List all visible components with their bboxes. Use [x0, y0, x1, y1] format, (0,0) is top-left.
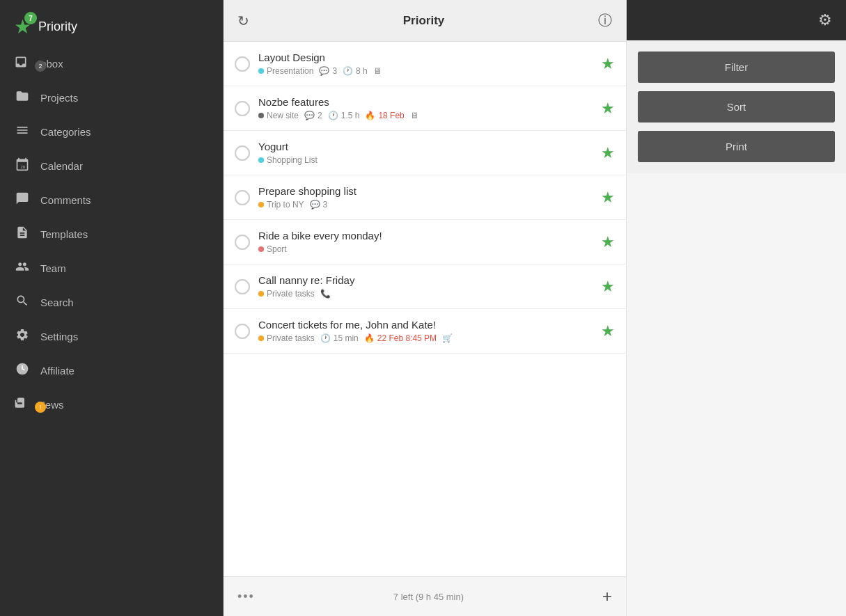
- task-checkbox[interactable]: [235, 190, 250, 205]
- task-content: Nozbe features New site 💬 2 🕐 1.5 h: [258, 96, 593, 120]
- inbox-icon: [14, 58, 28, 72]
- news-badge: !: [35, 402, 46, 413]
- project-name: Sport: [267, 244, 287, 254]
- task-star[interactable]: ★: [601, 322, 615, 340]
- sidebar: ★ 7 Priority 2 Inbox Projects Categories…: [0, 0, 223, 616]
- task-time: 🕐 8 h: [343, 66, 368, 76]
- sidebar-header: ★ 7 Priority: [0, 7, 223, 47]
- time-value: 15 min: [334, 333, 359, 343]
- sidebar-item-settings[interactable]: Settings: [0, 319, 223, 354]
- sidebar-item-affiliate[interactable]: Affiliate: [0, 354, 223, 388]
- sidebar-item-comments[interactable]: Comments: [0, 183, 223, 217]
- settings-icon: [14, 328, 31, 345]
- project-name: Private tasks: [267, 333, 315, 343]
- task-meta: New site 💬 2 🕐 1.5 h 🔥 18 Feb 🖥: [258, 111, 593, 120]
- table-row: Nozbe features New site 💬 2 🕐 1.5 h: [224, 86, 626, 131]
- task-overdue: 🔥 22 Feb 8:45 PM: [364, 333, 437, 343]
- filter-button[interactable]: Filter: [638, 52, 835, 83]
- sidebar-item-categories-label: Categories: [40, 126, 91, 138]
- project-dot: [258, 246, 264, 252]
- sidebar-item-calendar-label: Calendar: [40, 160, 83, 172]
- comment-icon: 💬: [319, 66, 329, 76]
- task-cart: 🛒: [442, 333, 453, 343]
- task-star[interactable]: ★: [601, 55, 615, 73]
- sidebar-item-affiliate-label: Affiliate: [40, 365, 75, 377]
- task-time: 🕐 1.5 h: [328, 111, 360, 120]
- priority-badge: 7: [24, 12, 37, 24]
- task-project: New site: [258, 111, 299, 120]
- templates-icon: [14, 226, 31, 243]
- sidebar-item-categories[interactable]: Categories: [0, 115, 223, 149]
- time-value: 8 h: [356, 66, 368, 76]
- sidebar-item-projects-label: Projects: [40, 92, 78, 104]
- gear-icon[interactable]: ⚙: [818, 11, 832, 29]
- project-name: New site: [267, 111, 299, 120]
- right-panel: ⚙ Filter Sort Print: [627, 0, 846, 616]
- sidebar-item-team-label: Team: [40, 262, 66, 274]
- sidebar-item-templates[interactable]: Templates: [0, 217, 223, 251]
- project-dot: [258, 113, 264, 118]
- table-row: Concert tickets for me, John and Kate! P…: [224, 309, 626, 354]
- clock-icon: 🕐: [343, 66, 353, 76]
- categories-icon: [14, 123, 31, 141]
- task-star[interactable]: ★: [601, 100, 615, 118]
- empty-area: [627, 173, 846, 616]
- project-name: Trip to NY: [267, 200, 304, 210]
- task-meta: Presentation 💬 3 🕐 8 h 🖥: [258, 66, 593, 76]
- project-dot: [258, 157, 264, 163]
- task-checkbox[interactable]: [235, 101, 250, 116]
- sidebar-item-team[interactable]: Team: [0, 251, 223, 285]
- task-checkbox[interactable]: [235, 56, 250, 72]
- task-time: 🕐 15 min: [320, 333, 359, 343]
- right-header: ⚙: [627, 0, 846, 40]
- task-checkbox[interactable]: [235, 235, 250, 250]
- add-task-button[interactable]: +: [602, 587, 612, 606]
- main-panel: ↻ Priority ⓘ Layout Design Presentation …: [223, 0, 627, 616]
- task-checkbox[interactable]: [235, 279, 250, 294]
- affiliate-icon: [14, 362, 31, 379]
- task-content: Ride a bike every monday! Sport: [258, 230, 593, 254]
- sidebar-item-search[interactable]: Search: [0, 285, 223, 319]
- table-row: Prepare shopping list Trip to NY 💬 3 ★: [224, 175, 626, 220]
- overdue-date: 22 Feb 8:45 PM: [377, 333, 437, 343]
- sidebar-app-title: Priority: [38, 19, 77, 34]
- task-phone: 📞: [320, 289, 331, 299]
- footer-dots[interactable]: •••: [237, 590, 255, 604]
- search-icon: [14, 294, 31, 311]
- fire-icon: 🔥: [365, 111, 375, 120]
- logo-icon: ★ 7: [14, 15, 31, 38]
- table-row: Call nanny re: Friday Private tasks 📞 ★: [224, 264, 626, 309]
- info-icon[interactable]: ⓘ: [598, 11, 612, 30]
- task-content: Layout Design Presentation 💬 3 🕐 8 h 🖥: [258, 52, 593, 76]
- clock-icon: 🕐: [328, 111, 338, 120]
- task-star[interactable]: ★: [601, 278, 615, 296]
- calendar-icon: 29: [14, 157, 31, 175]
- task-name: Nozbe features: [258, 96, 593, 108]
- sort-button[interactable]: Sort: [638, 91, 835, 123]
- task-checkbox[interactable]: [235, 145, 250, 161]
- task-meta: Shopping List: [258, 155, 593, 165]
- task-star[interactable]: ★: [601, 144, 615, 162]
- task-meta: Private tasks 🕐 15 min 🔥 22 Feb 8:45 PM …: [258, 333, 593, 343]
- task-project: Private tasks: [258, 289, 315, 299]
- task-comments: 💬 3: [310, 200, 328, 210]
- project-dot: [258, 68, 264, 74]
- sidebar-item-calendar[interactable]: 29 Calendar: [0, 149, 223, 183]
- task-star[interactable]: ★: [601, 233, 615, 251]
- task-checkbox[interactable]: [235, 324, 250, 339]
- task-name: Prepare shopping list: [258, 185, 593, 197]
- fire-icon: 🔥: [364, 333, 375, 343]
- sidebar-item-comments-label: Comments: [40, 194, 91, 206]
- sidebar-item-inbox[interactable]: 2 Inbox: [0, 47, 223, 81]
- sidebar-item-news[interactable]: ! News: [0, 388, 223, 422]
- sidebar-item-projects[interactable]: Projects: [0, 81, 223, 115]
- project-name: Shopping List: [267, 155, 318, 165]
- refresh-icon[interactable]: ↻: [237, 13, 249, 29]
- print-button[interactable]: Print: [638, 131, 835, 162]
- task-star[interactable]: ★: [601, 189, 615, 207]
- inbox-badge: 2: [35, 61, 46, 72]
- comment-icon: 💬: [304, 111, 315, 120]
- project-name: Private tasks: [267, 289, 315, 299]
- team-icon: [14, 260, 31, 277]
- task-content: Yogurt Shopping List: [258, 141, 593, 165]
